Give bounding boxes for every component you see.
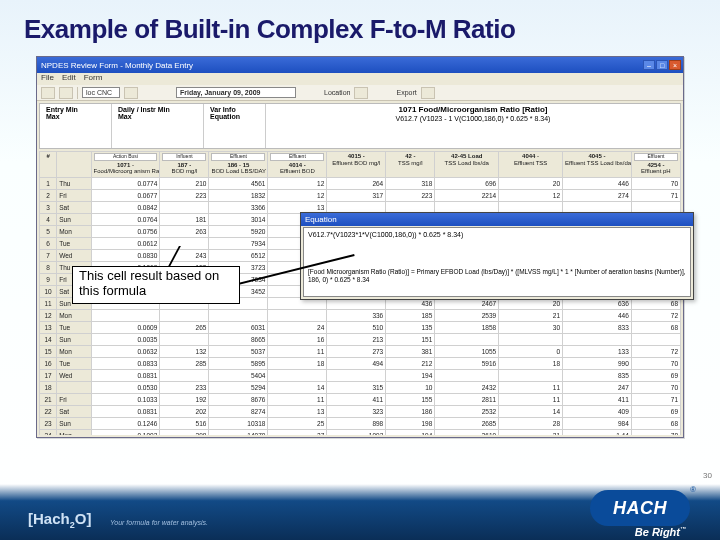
- maximize-button[interactable]: □: [656, 60, 668, 70]
- grid-cell[interactable]: 8676: [209, 394, 268, 406]
- grid-cell[interactable]: 336: [327, 310, 386, 322]
- grid-cell[interactable]: 10318: [209, 418, 268, 430]
- grid-cell[interactable]: 18: [499, 358, 563, 370]
- column-header[interactable]: Influent187 -BOD mg/l: [160, 152, 209, 178]
- grid-cell[interactable]: 70: [631, 178, 680, 190]
- grid-cell[interactable]: 16: [268, 334, 327, 346]
- grid-cell[interactable]: 0: [499, 346, 563, 358]
- grid-cell[interactable]: 263: [160, 226, 209, 238]
- date-field[interactable]: Friday, January 09, 2009: [176, 87, 296, 98]
- grid-cell[interactable]: 25: [268, 418, 327, 430]
- grid-cell[interactable]: 446: [563, 310, 632, 322]
- grid-cell[interactable]: 446: [563, 178, 632, 190]
- grid-cell[interactable]: 0.0035: [91, 334, 160, 346]
- grid-cell[interactable]: 1055: [435, 346, 499, 358]
- grid-cell[interactable]: 317: [327, 190, 386, 202]
- grid-cell[interactable]: 186: [386, 406, 435, 418]
- table-row[interactable]: 17Wed0.0831540419483569: [40, 370, 681, 382]
- grid-cell[interactable]: 27: [268, 430, 327, 436]
- grid-cell[interactable]: 5404: [209, 370, 268, 382]
- grid-cell[interactable]: 516: [160, 418, 209, 430]
- grid-cell[interactable]: 70: [631, 358, 680, 370]
- grid-cell[interactable]: 11: [268, 394, 327, 406]
- grid-cell[interactable]: 5037: [209, 346, 268, 358]
- grid-cell[interactable]: [160, 370, 209, 382]
- grid-cell[interactable]: 135: [386, 322, 435, 334]
- grid-cell[interactable]: 7934: [209, 238, 268, 250]
- grid-cell[interactable]: 510: [327, 322, 386, 334]
- table-row[interactable]: 16Tue0.083328558951849421259161899070: [40, 358, 681, 370]
- grid-cell[interactable]: 0.1033: [91, 394, 160, 406]
- menu-form[interactable]: Form: [84, 73, 103, 85]
- grid-cell[interactable]: 274: [563, 190, 632, 202]
- grid-cell[interactable]: 1092: [327, 430, 386, 436]
- grid-cell[interactable]: [631, 334, 680, 346]
- grid-cell[interactable]: 318: [386, 178, 435, 190]
- grid-cell[interactable]: 1858: [435, 322, 499, 334]
- location-dropdown[interactable]: [354, 87, 368, 99]
- grid-cell[interactable]: 133: [563, 346, 632, 358]
- grid-cell[interactable]: 5920: [209, 226, 268, 238]
- grid-cell[interactable]: 30: [499, 322, 563, 334]
- grid-cell[interactable]: 223: [160, 190, 209, 202]
- grid-cell[interactable]: 1.44: [563, 430, 632, 436]
- grid-cell[interactable]: 990: [563, 358, 632, 370]
- grid-cell[interactable]: 411: [327, 394, 386, 406]
- grid-cell[interactable]: 1832: [209, 190, 268, 202]
- column-header[interactable]: 4015 -Effluent BOD mg/l: [327, 152, 386, 178]
- grid-cell[interactable]: 233: [160, 382, 209, 394]
- grid-cell[interactable]: 5294: [209, 382, 268, 394]
- grid-cell[interactable]: 265: [160, 322, 209, 334]
- grid-cell[interactable]: 194: [386, 430, 435, 436]
- minimize-button[interactable]: –: [643, 60, 655, 70]
- grid-cell[interactable]: 298: [160, 430, 209, 436]
- column-header[interactable]: 42 -TSS mg/l: [386, 152, 435, 178]
- grid-cell[interactable]: 14070: [209, 430, 268, 436]
- grid-cell[interactable]: 185: [386, 310, 435, 322]
- grid-cell[interactable]: [435, 334, 499, 346]
- grid-cell[interactable]: 212: [386, 358, 435, 370]
- grid-cell[interactable]: 210: [160, 178, 209, 190]
- grid-cell[interactable]: 68: [631, 418, 680, 430]
- grid-cell[interactable]: 132: [160, 346, 209, 358]
- grid-cell[interactable]: [160, 334, 209, 346]
- tool-button[interactable]: [41, 87, 55, 99]
- grid-cell[interactable]: 223: [386, 190, 435, 202]
- grid-cell[interactable]: [499, 334, 563, 346]
- grid-cell[interactable]: [563, 334, 632, 346]
- grid-cell[interactable]: 0.0831: [91, 370, 160, 382]
- grid-cell[interactable]: 13: [268, 406, 327, 418]
- grid-cell[interactable]: 10: [386, 382, 435, 394]
- grid-cell[interactable]: 0.0632: [91, 346, 160, 358]
- grid-cell[interactable]: 3366: [209, 202, 268, 214]
- menu-file[interactable]: File: [41, 73, 54, 85]
- menu-edit[interactable]: Edit: [62, 73, 76, 85]
- grid-cell[interactable]: 494: [327, 358, 386, 370]
- grid-cell[interactable]: 71: [631, 190, 680, 202]
- column-header[interactable]: Effluent4014 -Effluent BOD: [268, 152, 327, 178]
- grid-cell[interactable]: 12: [499, 190, 563, 202]
- table-row[interactable]: 12Mon33618525392144672: [40, 310, 681, 322]
- grid-cell[interactable]: 8665: [209, 334, 268, 346]
- grid-cell[interactable]: 411: [563, 394, 632, 406]
- grid-cell[interactable]: 0.0764: [91, 214, 160, 226]
- grid-cell[interactable]: 198: [386, 418, 435, 430]
- grid-cell[interactable]: [160, 238, 209, 250]
- column-header[interactable]: 42-45 LoadTSS Load lbs/da: [435, 152, 499, 178]
- table-row[interactable]: 22Sat0.083120282741332318625321440969: [40, 406, 681, 418]
- grid-cell[interactable]: 4561: [209, 178, 268, 190]
- table-row[interactable]: 180.05302335294143151024321124770: [40, 382, 681, 394]
- column-header[interactable]: Action Busi1071 -Food/Microorg anism Rat…: [91, 152, 160, 178]
- column-header[interactable]: 4045 -Effluent TSS Load lbs/day: [563, 152, 632, 178]
- grid-cell[interactable]: 0.0530: [91, 382, 160, 394]
- grid-cell[interactable]: 285: [160, 358, 209, 370]
- grid-cell[interactable]: [268, 310, 327, 322]
- grid-cell[interactable]: 12: [268, 178, 327, 190]
- grid-cell[interactable]: 70: [631, 382, 680, 394]
- grid-cell[interactable]: 11: [499, 394, 563, 406]
- grid-cell[interactable]: 0.1002: [91, 430, 160, 436]
- column-header[interactable]: Effluent186 - 15BOD Load LBS/DAY: [209, 152, 268, 178]
- grid-cell[interactable]: 0.0756: [91, 226, 160, 238]
- grid-cell[interactable]: 315: [327, 382, 386, 394]
- grid-cell[interactable]: 69: [631, 370, 680, 382]
